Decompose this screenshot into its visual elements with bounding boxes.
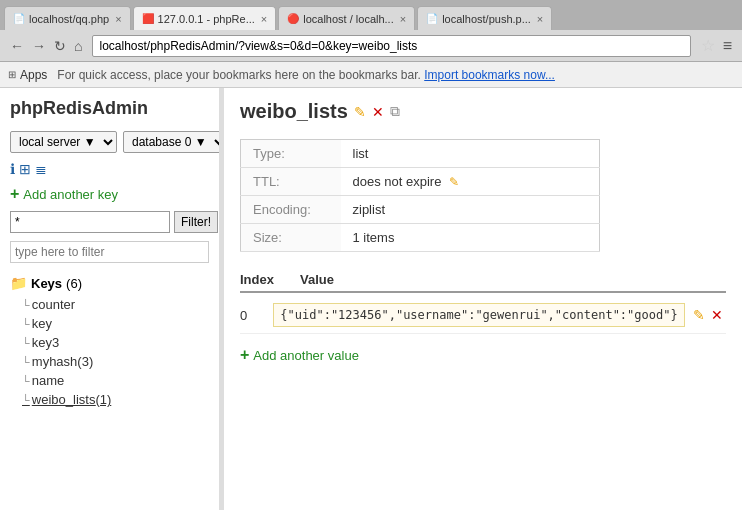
folder-icon: 📁	[10, 275, 27, 291]
key-info-table: Type: list TTL: does not expire ✎ Encodi…	[240, 139, 600, 252]
key-title: weibo_lists	[240, 100, 348, 123]
keys-section: 📁 Keys (6) counter key key3 myhash (3)	[10, 275, 209, 409]
bookmarks-bar: ⊞ Apps For quick access, place your book…	[0, 62, 742, 88]
key-name: name	[32, 373, 65, 388]
key-item-key[interactable]: key	[22, 314, 209, 333]
row-0-index: 0	[240, 308, 273, 323]
refresh-button[interactable]: ↻	[50, 38, 70, 54]
content-header: weibo_lists ✎ ✕ ⧉	[240, 100, 726, 123]
browser-menu-icon[interactable]: ≡	[719, 37, 736, 55]
browser-chrome: 📄 localhost/qq.php × 🟥 127.0.0.1 - phpRe…	[0, 0, 742, 88]
key-item-counter[interactable]: counter	[22, 295, 209, 314]
size-value: 1 items	[341, 224, 600, 252]
key-copy-icon[interactable]: ⧉	[390, 103, 400, 120]
sidebar: phpRedisAdmin local server ▼ database 0 …	[0, 88, 220, 510]
filter-button[interactable]: Filter!	[174, 211, 218, 233]
server-select[interactable]: local server ▼	[10, 131, 117, 153]
encoding-row: Encoding: ziplist	[241, 196, 600, 224]
keys-label: Keys	[31, 276, 62, 291]
apps-shortcut[interactable]: ⊞ Apps	[8, 68, 47, 82]
add-key-label: Add another key	[23, 187, 118, 202]
tab-3-favicon: 🔴	[287, 13, 299, 25]
ttl-label: TTL:	[241, 168, 341, 196]
ttl-value: does not expire ✎	[341, 168, 600, 196]
info-icon[interactable]: ℹ	[10, 161, 15, 177]
row-0-actions: ✎ ✕	[693, 307, 726, 323]
key-item-name[interactable]: name	[22, 371, 209, 390]
bookmarks-message: For quick access, place your bookmarks h…	[57, 68, 421, 82]
keys-count: (6)	[66, 276, 82, 291]
key-item-key3[interactable]: key3	[22, 333, 209, 352]
key-name: counter	[32, 297, 75, 312]
db-select[interactable]: database 0 ▼	[123, 131, 220, 153]
key-item-myhash[interactable]: myhash (3)	[22, 352, 209, 371]
tab-4[interactable]: 📄 localhost/push.p... ×	[417, 6, 552, 30]
apps-label: Apps	[20, 68, 47, 82]
key-item-weibo-lists[interactable]: weibo_lists (1)	[22, 390, 209, 409]
row-0-delete-icon[interactable]: ✕	[711, 307, 723, 323]
key-suffix: (3)	[77, 354, 93, 369]
ttl-row: TTL: does not expire ✎	[241, 168, 600, 196]
size-row: Size: 1 items	[241, 224, 600, 252]
server-controls: local server ▼ database 0 ▼	[10, 131, 209, 153]
tab-3-label: localhost / localh...	[303, 13, 394, 25]
filter-row: Filter!	[10, 211, 209, 233]
row-0-edit-icon[interactable]: ✎	[693, 307, 705, 323]
add-value-plus-icon: +	[240, 346, 249, 364]
key-name: key3	[32, 335, 59, 350]
encoding-value: ziplist	[341, 196, 600, 224]
app-title: phpRedisAdmin	[10, 98, 209, 119]
type-value: list	[341, 140, 600, 168]
col-index-header: Index	[240, 272, 300, 287]
size-label: Size:	[241, 224, 341, 252]
tab-1-favicon: 📄	[13, 13, 25, 25]
tab-4-label: localhost/push.p...	[442, 13, 531, 25]
bookmark-star-icon[interactable]: ☆	[697, 36, 719, 55]
address-bar: ← → ↻ ⌂ ☆ ≡	[0, 30, 742, 62]
apps-grid-icon: ⊞	[8, 69, 16, 80]
tab-2-close[interactable]: ×	[261, 13, 267, 25]
key-name: weibo_lists	[32, 392, 96, 407]
tab-4-close[interactable]: ×	[537, 13, 543, 25]
key-delete-icon[interactable]: ✕	[372, 104, 384, 120]
content-area: weibo_lists ✎ ✕ ⧉ Type: list TTL: does n…	[224, 88, 742, 510]
info-icons: ℹ ⊞ ≣	[10, 161, 209, 177]
ttl-edit-icon[interactable]: ✎	[449, 175, 459, 189]
key-name: myhash	[32, 354, 78, 369]
tab-4-favicon: 📄	[426, 13, 438, 25]
config-icon[interactable]: ≣	[35, 161, 47, 177]
type-label: Type:	[241, 140, 341, 168]
forward-button[interactable]: →	[28, 38, 50, 54]
tab-bar: 📄 localhost/qq.php × 🟥 127.0.0.1 - phpRe…	[0, 0, 742, 30]
type-row: Type: list	[241, 140, 600, 168]
tab-3-close[interactable]: ×	[400, 13, 406, 25]
home-button[interactable]: ⌂	[70, 38, 86, 54]
data-table-header: Index Value	[240, 268, 726, 293]
main-area: phpRedisAdmin local server ▼ database 0 …	[0, 88, 742, 510]
encoding-label: Encoding:	[241, 196, 341, 224]
add-key-plus-icon: +	[10, 185, 19, 203]
key-list: counter key key3 myhash (3) name weibo_l…	[10, 295, 209, 409]
type-filter-input[interactable]	[10, 241, 209, 263]
add-value-label: Add another value	[253, 348, 359, 363]
keys-header: 📁 Keys (6)	[10, 275, 209, 291]
import-bookmarks-link[interactable]: Import bookmarks now...	[424, 68, 555, 82]
tab-1[interactable]: 📄 localhost/qq.php ×	[4, 6, 131, 30]
tab-1-close[interactable]: ×	[115, 13, 121, 25]
tab-2[interactable]: 🟥 127.0.0.1 - phpRe... ×	[133, 6, 277, 30]
tab-2-favicon: 🟥	[142, 13, 154, 25]
add-key-button[interactable]: + Add another key	[10, 185, 209, 203]
add-value-button[interactable]: + Add another value	[240, 346, 726, 364]
back-button[interactable]: ←	[6, 38, 28, 54]
row-0-value: {"uid":"123456","username":"gewenrui","c…	[273, 303, 684, 327]
key-rename-icon[interactable]: ✎	[354, 104, 366, 120]
key-filter-input[interactable]	[10, 211, 170, 233]
tab-1-label: localhost/qq.php	[29, 13, 109, 25]
key-suffix: (1)	[95, 392, 111, 407]
tab-3[interactable]: 🔴 localhost / localh... ×	[278, 6, 415, 30]
tab-2-label: 127.0.0.1 - phpRe...	[158, 13, 255, 25]
data-row-0: 0 {"uid":"123456","username":"gewenrui",…	[240, 297, 726, 334]
address-input[interactable]	[92, 35, 690, 57]
table-icon[interactable]: ⊞	[19, 161, 31, 177]
col-value-header: Value	[300, 272, 726, 287]
